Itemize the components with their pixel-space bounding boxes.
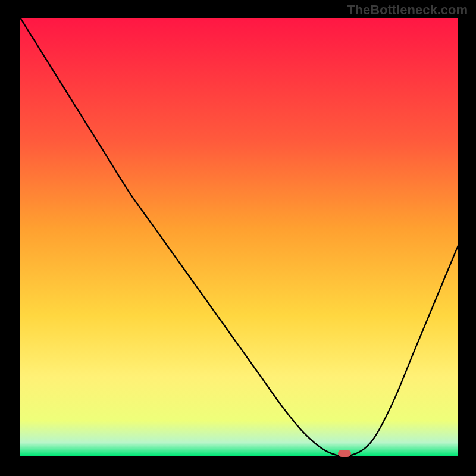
chart-container: TheBottleneck.com: [0, 0, 476, 476]
watermark-text: TheBottleneck.com: [347, 2, 468, 18]
plot-area: [20, 18, 458, 456]
optimal-point-marker: [338, 450, 351, 457]
curve-line: [20, 18, 458, 456]
